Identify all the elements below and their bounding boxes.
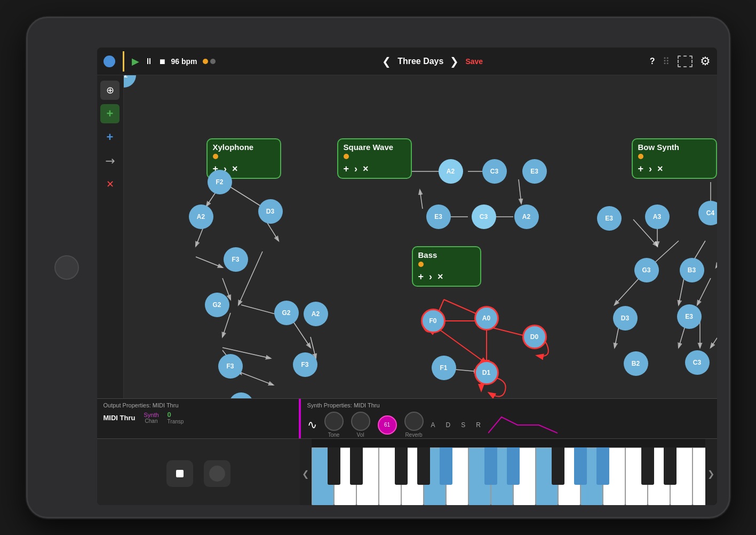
save-button[interactable]: Save bbox=[465, 57, 483, 66]
node-sw-c3-1[interactable]: C3 bbox=[482, 159, 507, 184]
chan-label: Chan bbox=[144, 418, 158, 424]
square-wave-expand-button[interactable]: › bbox=[354, 163, 357, 175]
key-cs0[interactable] bbox=[328, 447, 340, 485]
node-bs-b2[interactable]: B2 bbox=[624, 351, 648, 376]
svg-line-16 bbox=[519, 179, 521, 203]
bass-expand-button[interactable]: › bbox=[429, 271, 432, 282]
vol-value-knob[interactable]: 61 bbox=[378, 415, 397, 435]
pause-button[interactable]: ⏸ bbox=[145, 57, 153, 66]
key-f2[interactable] bbox=[693, 447, 705, 505]
node-xylo-d3[interactable]: D3 bbox=[258, 199, 283, 224]
node-bs-c3[interactable]: C3 bbox=[685, 350, 710, 375]
xylophone-close-button[interactable]: × bbox=[232, 163, 238, 175]
bass-add-button[interactable]: + bbox=[418, 271, 424, 282]
key-ds2[interactable] bbox=[664, 447, 677, 485]
square-wave-close-button[interactable]: × bbox=[363, 163, 369, 175]
node-sw-c3-2[interactable]: C3 bbox=[472, 204, 496, 229]
key-cs1[interactable] bbox=[484, 447, 497, 485]
node-xylo-g2-2[interactable]: G2 bbox=[274, 301, 299, 325]
synth-label: Synth bbox=[144, 412, 158, 418]
header-right: ? ⠿ ⚙ bbox=[650, 54, 711, 68]
status-dot-orange bbox=[203, 59, 208, 64]
prev-song-button[interactable]: ❮ bbox=[382, 55, 391, 68]
node-bs-c4[interactable]: C4 bbox=[698, 201, 717, 225]
svg-line-37 bbox=[697, 278, 711, 305]
piano-area: ❮ bbox=[97, 439, 717, 505]
key-gs1[interactable] bbox=[574, 447, 587, 485]
node-xylo-f3-3[interactable]: F3 bbox=[293, 352, 317, 377]
node-bass-d0[interactable]: D0 bbox=[522, 325, 547, 349]
node-xylo-a2-1[interactable]: A2 bbox=[189, 204, 213, 229]
node-bs-g3-1[interactable]: G3 bbox=[634, 258, 659, 282]
node-bass-f1[interactable]: F1 bbox=[432, 356, 456, 380]
midi-thru-label: MIDI Thru bbox=[104, 414, 136, 422]
output-props-title: Output Properties: MIDI Thru bbox=[104, 402, 292, 408]
bow-synth-expand-button[interactable]: › bbox=[649, 163, 652, 175]
reverb-knob[interactable] bbox=[404, 412, 424, 431]
node-bass-a0[interactable]: A0 bbox=[474, 306, 499, 331]
bow-synth-instrument-box: Bow Synth + › × bbox=[632, 138, 717, 179]
play-pad-button[interactable] bbox=[204, 460, 230, 487]
properties-row: Output Properties: MIDI Thru MIDI Thru S… bbox=[97, 399, 717, 439]
node-sw-a2[interactable]: A2 bbox=[439, 159, 463, 184]
record-button[interactable] bbox=[104, 56, 115, 67]
node-xylo-g2-1[interactable]: G2 bbox=[205, 293, 229, 317]
square-wave-status-dot bbox=[344, 154, 349, 159]
add-node-button[interactable]: + bbox=[100, 128, 120, 147]
xylophone-name: Xylophone bbox=[213, 143, 275, 152]
node-bass-d1[interactable]: D1 bbox=[474, 360, 499, 385]
key-ds0[interactable] bbox=[350, 447, 363, 485]
node-xylo-f3-1[interactable]: F3 bbox=[224, 247, 248, 272]
adsr-a-label: A bbox=[431, 421, 435, 429]
key-gs0[interactable] bbox=[417, 447, 430, 485]
bow-synth-close-button[interactable]: × bbox=[657, 163, 663, 175]
node-bs-e3-1[interactable]: E3 bbox=[597, 206, 622, 231]
node-xylo-f2[interactable]: F2 bbox=[208, 170, 232, 194]
home-button[interactable] bbox=[54, 255, 79, 280]
node-bs-a3[interactable]: A3 bbox=[645, 204, 670, 229]
bass-close-button[interactable]: × bbox=[437, 271, 443, 282]
sidebar-tools: ⊕ + + ↗ ✕ bbox=[97, 75, 124, 398]
node-xylo-a3[interactable]: A3 bbox=[229, 392, 253, 398]
add-instrument-button[interactable]: + bbox=[100, 104, 120, 123]
key-as1[interactable] bbox=[596, 447, 609, 485]
node-bs-e3-2[interactable]: E3 bbox=[677, 304, 702, 329]
delete-tool-button[interactable]: ✕ bbox=[100, 175, 120, 194]
key-ds1[interactable] bbox=[507, 447, 520, 485]
node-xylo-f3-2[interactable]: F3 bbox=[218, 354, 243, 379]
record-pad-button[interactable] bbox=[166, 460, 193, 487]
help-button[interactable]: ? bbox=[650, 57, 655, 66]
stop-button[interactable]: ⏹ bbox=[158, 57, 166, 66]
piano-prev-button[interactable]: ❮ bbox=[300, 439, 312, 505]
arrow-tool-button[interactable]: ↗ bbox=[97, 147, 124, 175]
canvas-area: Xylophone + › × Square Wave + › × bbox=[124, 75, 717, 398]
bow-synth-add-button[interactable]: + bbox=[638, 163, 644, 175]
node-xylo-a2-2[interactable]: A2 bbox=[124, 75, 136, 88]
key-fs1[interactable] bbox=[552, 447, 564, 485]
bass-name: Bass bbox=[418, 250, 475, 259]
key-fs0[interactable] bbox=[395, 447, 408, 485]
svg-line-42 bbox=[711, 316, 717, 348]
node-bs-d3[interactable]: D3 bbox=[613, 306, 638, 331]
node-bass-f0[interactable]: F0 bbox=[421, 309, 445, 333]
move-tool-button[interactable]: ⊕ bbox=[100, 81, 120, 100]
next-song-button[interactable]: ❯ bbox=[450, 55, 459, 68]
key-as0[interactable] bbox=[440, 447, 452, 485]
output-props-content: MIDI Thru Synth Chan 0 Transp bbox=[104, 411, 292, 424]
settings-button[interactable]: ⚙ bbox=[700, 54, 711, 68]
node-sw-e3-1[interactable]: E3 bbox=[522, 159, 547, 184]
node-sw-e3-2[interactable]: E3 bbox=[426, 204, 451, 229]
node-sw-a2-2[interactable]: A2 bbox=[514, 204, 539, 229]
piano-next-button[interactable]: ❯ bbox=[705, 439, 717, 505]
tone-knob[interactable] bbox=[324, 412, 344, 431]
play-button[interactable]: ▶ bbox=[132, 56, 139, 67]
piano-left-controls bbox=[97, 439, 300, 505]
tone-label: Tone bbox=[328, 432, 340, 438]
node-bs-b3[interactable]: B3 bbox=[680, 258, 704, 282]
key-cs2[interactable] bbox=[641, 447, 654, 485]
svg-line-4 bbox=[196, 257, 222, 268]
bass-instrument-box: Bass + › × bbox=[412, 246, 481, 287]
square-wave-add-button[interactable]: + bbox=[344, 163, 349, 175]
node-xylo-a2-3[interactable]: A2 bbox=[304, 302, 328, 326]
vol-knob[interactable] bbox=[351, 412, 370, 431]
